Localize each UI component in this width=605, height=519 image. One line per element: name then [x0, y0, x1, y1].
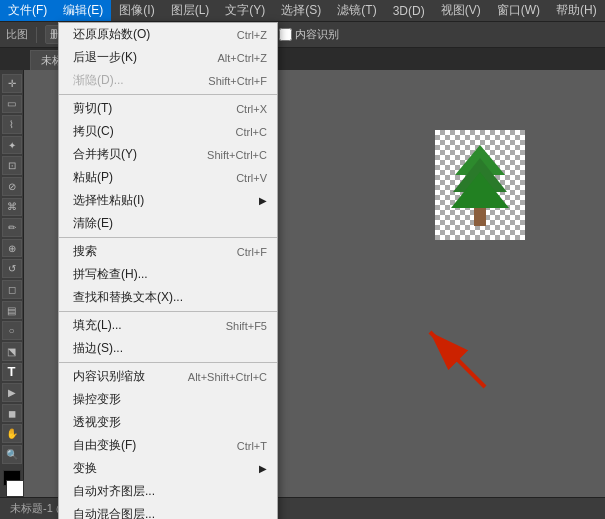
menu-item-puppet-warp-label: 操控变形 — [73, 391, 121, 408]
toolbar-divider-1 — [36, 27, 37, 43]
tool-crop[interactable]: ⊡ — [2, 156, 22, 175]
menu-item-search-shortcut: Ctrl+F — [237, 246, 267, 258]
background-color[interactable] — [6, 480, 24, 497]
menu-item-free-transform-label: 自由变换(F) — [73, 437, 136, 454]
tool-lasso[interactable]: ⌇ — [2, 115, 22, 134]
menu-item-spell[interactable]: 拼写检查(H)... — [59, 263, 277, 286]
menu-item-paste-shortcut: Ctrl+V — [236, 172, 267, 184]
menu-separator-4 — [59, 362, 277, 363]
menu-item-auto-blend[interactable]: 自动混合图层... — [59, 503, 277, 519]
tool-dodge[interactable]: ○ — [2, 321, 22, 340]
menu-item-perspective-warp-label: 透视变形 — [73, 414, 121, 431]
menu-item-paste-special[interactable]: 选择性粘贴(I) ▶ — [59, 189, 277, 212]
toolbar-ratio-label: 比图 — [6, 27, 28, 42]
tool-pen[interactable]: ⬔ — [2, 342, 22, 361]
menu-item-puppet-warp[interactable]: 操控变形 — [59, 388, 277, 411]
menu-item-copy-label: 拷贝(C) — [73, 123, 114, 140]
tool-select-rect[interactable]: ▭ — [2, 95, 22, 114]
menu-item-undo-shortcut: Ctrl+Z — [237, 29, 267, 41]
menu-item-search-label: 搜索 — [73, 243, 97, 260]
menu-view[interactable]: 视图(V) — [433, 0, 489, 21]
menu-item-transform[interactable]: 变换 ▶ — [59, 457, 277, 480]
menu-item-step-back-label: 后退一步(K) — [73, 49, 137, 66]
tool-clone[interactable]: ⊕ — [2, 239, 22, 258]
menu-separator-1 — [59, 94, 277, 95]
menu-item-auto-blend-label: 自动混合图层... — [73, 506, 155, 519]
menu-item-copy[interactable]: 拷贝(C) Ctrl+C — [59, 120, 277, 143]
menu-item-fill-shortcut: Shift+F5 — [226, 320, 267, 332]
menu-item-spell-label: 拼写检查(H)... — [73, 266, 148, 283]
content-checkbox[interactable] — [279, 28, 292, 41]
menu-item-undo[interactable]: 还原原始数(O) Ctrl+Z — [59, 23, 277, 46]
menu-item-cut-label: 剪切(T) — [73, 100, 112, 117]
tool-history-brush[interactable]: ↺ — [2, 259, 22, 278]
menu-item-clear[interactable]: 清除(E) — [59, 212, 277, 235]
menu-item-perspective-warp[interactable]: 透视变形 — [59, 411, 277, 434]
menu-item-fill[interactable]: 填充(L)... Shift+F5 — [59, 314, 277, 337]
menu-text[interactable]: 文字(Y) — [217, 0, 273, 21]
menu-item-cut-shortcut: Ctrl+X — [236, 103, 267, 115]
tool-heal[interactable]: ⌘ — [2, 198, 22, 217]
menu-filter[interactable]: 滤镜(T) — [329, 0, 384, 21]
menu-item-step-back-shortcut: Alt+Ctrl+Z — [217, 52, 267, 64]
menu-item-paste-special-label: 选择性粘贴(I) — [73, 192, 144, 209]
menu-item-transform-label: 变换 — [73, 460, 97, 477]
menu-item-content-scale-label: 内容识别缩放 — [73, 368, 145, 385]
menu-layer[interactable]: 图层(L) — [163, 0, 218, 21]
menu-window[interactable]: 窗口(W) — [489, 0, 548, 21]
menu-item-search[interactable]: 搜索 Ctrl+F — [59, 240, 277, 263]
menu-item-step-back[interactable]: 后退一步(K) Alt+Ctrl+Z — [59, 46, 277, 69]
content-label: 内容识别 — [295, 27, 339, 42]
menu-help[interactable]: 帮助(H) — [548, 0, 605, 21]
toolbar-checkbox-content[interactable]: 内容识别 — [279, 27, 339, 42]
menu-separator-2 — [59, 237, 277, 238]
menu-item-stroke-label: 描边(S)... — [73, 340, 123, 357]
menu-edit[interactable]: 编辑(E) — [55, 0, 111, 21]
menu-item-auto-align-label: 自动对齐图层... — [73, 483, 155, 500]
menu-item-find-replace[interactable]: 查找和替换文本(X)... — [59, 286, 277, 309]
tool-eyedropper[interactable]: ⊘ — [2, 177, 22, 196]
menu-separator-3 — [59, 311, 277, 312]
paste-special-arrow: ▶ — [259, 195, 267, 206]
menu-item-free-transform-shortcut: Ctrl+T — [237, 440, 267, 452]
edit-dropdown-menu: 还原原始数(O) Ctrl+Z 后退一步(K) Alt+Ctrl+Z 渐隐(D)… — [58, 22, 278, 519]
left-toolbar: ✛ ▭ ⌇ ✦ ⊡ ⊘ ⌘ ✏ ⊕ ↺ ◻ ▤ ○ ⬔ T ▶ ◼ ✋ 🔍 — [0, 70, 24, 497]
menu-item-free-transform[interactable]: 自由变换(F) Ctrl+T — [59, 434, 277, 457]
tool-hand[interactable]: ✋ — [2, 424, 22, 443]
menu-3d[interactable]: 3D(D) — [385, 2, 433, 20]
tool-move[interactable]: ✛ — [2, 74, 22, 93]
menu-item-content-scale[interactable]: 内容识别缩放 Alt+Shift+Ctrl+C — [59, 365, 277, 388]
tree-svg — [450, 140, 510, 230]
menu-file[interactable]: 文件(F) — [0, 0, 55, 21]
menu-item-copy-merged-label: 合并拷贝(Y) — [73, 146, 137, 163]
svg-line-5 — [430, 332, 485, 387]
tool-shape[interactable]: ◼ — [2, 404, 22, 423]
tool-magic-wand[interactable]: ✦ — [2, 136, 22, 155]
menu-item-fade-shortcut: Shift+Ctrl+F — [208, 75, 267, 87]
tool-eraser[interactable]: ◻ — [2, 280, 22, 299]
menu-image[interactable]: 图像(I) — [111, 0, 162, 21]
tool-gradient[interactable]: ▤ — [2, 301, 22, 320]
arrow-svg — [415, 317, 495, 397]
menu-item-fill-label: 填充(L)... — [73, 317, 122, 334]
menu-item-undo-label: 还原原始数(O) — [73, 26, 150, 43]
svg-rect-3 — [474, 208, 486, 226]
menu-item-copy-merged[interactable]: 合并拷贝(Y) Shift+Ctrl+C — [59, 143, 277, 166]
menu-item-copy-shortcut: Ctrl+C — [236, 126, 267, 138]
transform-arrow: ▶ — [259, 463, 267, 474]
menu-select[interactable]: 选择(S) — [273, 0, 329, 21]
menu-item-content-scale-shortcut: Alt+Shift+Ctrl+C — [188, 371, 267, 383]
tool-path-select[interactable]: ▶ — [2, 383, 22, 402]
menu-item-find-replace-label: 查找和替换文本(X)... — [73, 289, 183, 306]
menu-bar: 文件(F) 编辑(E) 图像(I) 图层(L) 文字(Y) 选择(S) 滤镜(T… — [0, 0, 605, 22]
tool-text[interactable]: T — [2, 363, 22, 382]
tool-brush[interactable]: ✏ — [2, 218, 22, 237]
menu-item-cut[interactable]: 剪切(T) Ctrl+X — [59, 97, 277, 120]
tree-image — [435, 130, 525, 240]
menu-item-clear-label: 清除(E) — [73, 215, 113, 232]
menu-item-auto-align[interactable]: 自动对齐图层... — [59, 480, 277, 503]
menu-item-stroke[interactable]: 描边(S)... — [59, 337, 277, 360]
menu-item-paste[interactable]: 粘贴(P) Ctrl+V — [59, 166, 277, 189]
tool-zoom[interactable]: 🔍 — [2, 445, 22, 464]
menu-item-fade[interactable]: 渐隐(D)... Shift+Ctrl+F — [59, 69, 277, 92]
